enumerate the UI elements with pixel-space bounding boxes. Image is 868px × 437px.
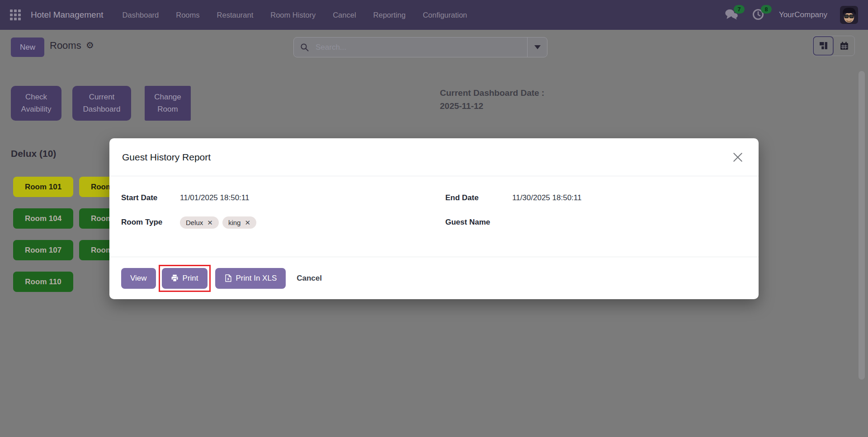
activities-button[interactable]: 8 — [752, 8, 766, 22]
room-type-field: Room Type Delux ✕ king ✕ — [121, 215, 434, 230]
search-bar — [293, 37, 547, 57]
menu-restaurant[interactable]: Restaurant — [217, 11, 254, 19]
dialog-body: Start Date 11/01/2025 18:50:11 End Date … — [109, 176, 759, 230]
end-date-value[interactable]: 11/30/2025 18:50:11 — [512, 193, 581, 202]
search-icon — [294, 43, 316, 52]
room-type-tags[interactable]: Delux ✕ king ✕ — [180, 216, 256, 229]
vertical-scrollbar[interactable] — [859, 71, 865, 380]
calendar-view-button[interactable] — [834, 36, 854, 56]
view-switcher — [812, 36, 855, 56]
app-title[interactable]: Hotel Management — [31, 10, 104, 20]
tag-king[interactable]: king ✕ — [222, 216, 256, 229]
start-date-value[interactable]: 11/01/2025 18:50:11 — [180, 193, 249, 202]
current-dashboard-button[interactable]: Current Dashboard — [72, 86, 131, 121]
activities-count-badge: 8 — [761, 5, 772, 14]
close-icon — [732, 152, 743, 163]
company-switcher[interactable]: YourCompany — [779, 10, 827, 19]
tag-king-label: king — [228, 219, 241, 226]
printer-icon — [171, 274, 179, 282]
tag-delux[interactable]: Delux ✕ — [180, 216, 219, 229]
room-type-section-title: Delux (10) — [11, 148, 56, 159]
view-button-label: View — [130, 274, 147, 283]
menu-rooms[interactable]: Rooms — [176, 11, 199, 19]
cancel-button[interactable]: Cancel — [297, 274, 322, 283]
print-button-highlight: Print — [159, 265, 211, 292]
print-button-label: Print — [183, 274, 198, 283]
dialog-footer: View Print x — [109, 257, 759, 299]
room-110-button[interactable]: Room 110 — [13, 272, 73, 292]
messages-button[interactable]: 7 — [725, 8, 739, 22]
navbar-systray: 7 8 YourCompany — [725, 6, 858, 24]
gear-icon[interactable]: ⚙ — [86, 40, 94, 51]
print-button[interactable]: Print — [162, 268, 208, 289]
room-101-button[interactable]: Room 101 — [13, 177, 73, 197]
start-date-label: Start Date — [121, 193, 180, 202]
menu-reporting[interactable]: Reporting — [373, 11, 406, 19]
new-button[interactable]: New — [11, 38, 44, 57]
dialog-header: Guest History Report — [109, 138, 759, 176]
main-menu: Dashboard Rooms Restaurant Room History … — [123, 11, 467, 19]
kanban-icon — [819, 42, 828, 50]
top-navbar: Hotel Management Dashboard Rooms Restaur… — [0, 0, 868, 30]
search-filters-toggle[interactable] — [527, 38, 547, 57]
current-dashboard-date: Current Dashboard Date : 2025-11-12 — [440, 87, 544, 113]
dialog-title: Guest History Report — [122, 152, 211, 163]
kanban-view-button[interactable] — [813, 36, 834, 56]
room-type-label: Room Type — [121, 218, 180, 227]
svg-text:x: x — [227, 277, 229, 281]
menu-dashboard[interactable]: Dashboard — [123, 11, 159, 19]
search-input[interactable] — [316, 43, 527, 52]
change-room-button[interactable]: Change Room — [145, 86, 191, 121]
end-date-label: End Date — [445, 193, 512, 202]
view-button[interactable]: View — [121, 268, 156, 289]
start-date-field: Start Date 11/01/2025 18:50:11 — [121, 191, 434, 205]
avatar-image — [840, 6, 858, 24]
print-in-xls-button-label: Print In XLS — [236, 274, 277, 283]
breadcrumb: Rooms — [50, 40, 81, 52]
room-104-button[interactable]: Room 104 — [13, 208, 73, 229]
user-avatar[interactable] — [840, 6, 858, 24]
menu-room-history[interactable]: Room History — [270, 11, 316, 19]
menu-configuration[interactable]: Configuration — [423, 11, 467, 19]
app-screen: Hotel Management Dashboard Rooms Restaur… — [0, 0, 868, 437]
end-date-field: End Date 11/30/2025 18:50:11 — [434, 191, 747, 205]
print-in-xls-button[interactable]: x Print In XLS — [215, 268, 286, 289]
apps-menu-icon[interactable] — [10, 9, 21, 20]
tag-delux-remove-icon[interactable]: ✕ — [207, 219, 213, 226]
check-availability-button[interactable]: Check Avaibility — [11, 86, 61, 121]
calendar-icon — [840, 42, 849, 50]
dashboard-date-value: 2025-11-12 — [440, 100, 544, 113]
chevron-down-icon — [534, 45, 541, 49]
guest-name-label: Guest Name — [445, 218, 512, 227]
menu-cancel[interactable]: Cancel — [333, 11, 356, 19]
tag-delux-label: Delux — [186, 219, 203, 226]
tag-king-remove-icon[interactable]: ✕ — [245, 219, 250, 226]
messages-count-badge: 7 — [734, 5, 745, 14]
guest-name-field: Guest Name — [434, 215, 747, 230]
close-button[interactable] — [730, 149, 746, 165]
dashboard-date-label: Current Dashboard Date : — [440, 87, 544, 100]
room-107-button[interactable]: Room 107 — [13, 240, 73, 260]
guest-history-report-dialog: Guest History Report Start Date 11/01/20… — [109, 138, 759, 299]
xls-file-icon: x — [224, 274, 232, 282]
